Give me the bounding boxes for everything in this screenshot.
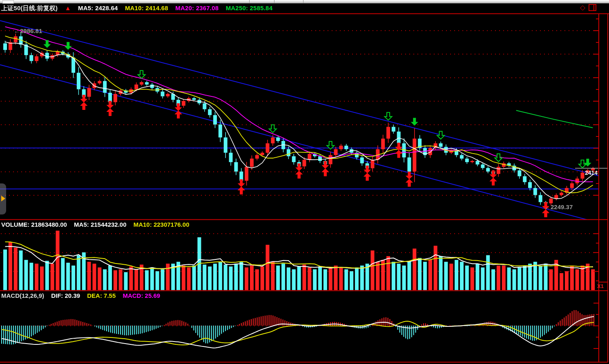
trading-app-window: 上证50(日线.前复权) ▲ MA5: 2428.64 MA10: 2414.6… xyxy=(0,0,609,364)
up-arrow-icon: ▲ xyxy=(65,4,71,11)
expand-arrow-icon xyxy=(1,196,5,201)
toolbar-separator xyxy=(303,0,303,3)
ma5-value: MA5: 2428.64 xyxy=(78,4,118,11)
period-high-label: ←2986.81 xyxy=(14,27,42,34)
volume-header: VOLUME: 21863480.00 MA5: 21544232.00 MA1… xyxy=(1,221,194,228)
diamond-marker-icon[interactable]: ◇ xyxy=(580,4,585,11)
macd-header: MACD(12,26,9) DIF: 20.39 DEA: 7.55 MACD:… xyxy=(1,292,165,299)
period-low-label: ←2249.37 xyxy=(544,203,573,210)
last-price-label: 2414 xyxy=(585,170,598,176)
toolbar-button-edge xyxy=(2,0,14,4)
split-window-icon[interactable] xyxy=(589,4,596,11)
volume-value: VOLUME: 21863480.00 xyxy=(1,221,67,228)
ma20-value: MA20: 2367.08 xyxy=(175,4,219,11)
ma250-value: MA250: 2585.84 xyxy=(226,4,273,11)
ma10-value: MA10: 2414.68 xyxy=(125,4,168,11)
volume-ma10-value: MA10: 22307176.00 xyxy=(134,221,190,228)
dea-value: DEA: 7.55 xyxy=(87,292,116,299)
dif-value: DIF: 20.39 xyxy=(51,292,80,299)
macd-value: MACD: 25.69 xyxy=(123,292,160,299)
toolbar-separator xyxy=(274,0,274,3)
panel-expand-handle[interactable] xyxy=(0,183,6,214)
toolbar-separator xyxy=(249,0,250,3)
chart-corner-tools: ◇ xyxy=(580,4,596,11)
toolbar-edge-strip xyxy=(0,0,609,4)
macd-title: MACD(12,26,9) xyxy=(1,292,44,299)
chart-canvas[interactable] xyxy=(0,0,609,364)
volume-scale-multiplier: X1 xyxy=(597,283,604,289)
chart-header: 上证50(日线.前复权) ▲ MA5: 2428.64 MA10: 2414.6… xyxy=(1,4,278,12)
volume-ma5-value: MA5: 21544232.00 xyxy=(74,221,126,228)
symbol-title: 上证50(日线.前复权) xyxy=(1,4,58,11)
